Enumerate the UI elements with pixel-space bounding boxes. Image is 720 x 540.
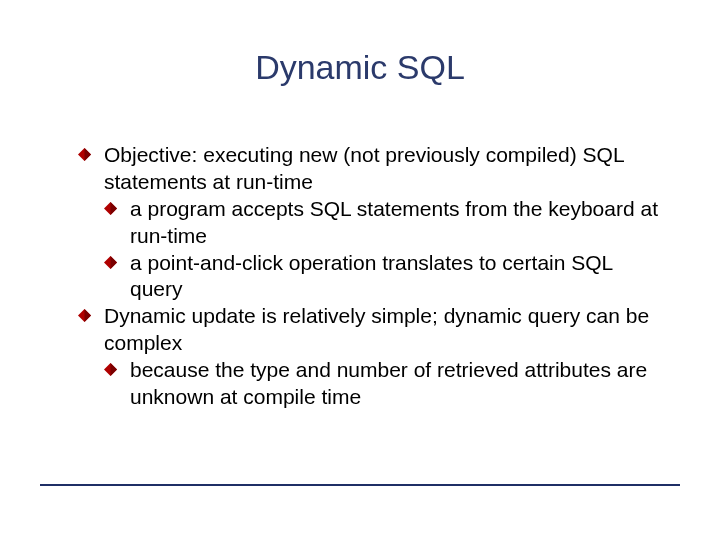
bullet-level2: a point-and-click operation translates t… (104, 250, 660, 304)
diamond-icon (104, 256, 117, 269)
bullet-level1: Objective: executing new (not previously… (78, 142, 660, 196)
svg-marker-9 (111, 363, 118, 376)
diamond-icon (104, 363, 117, 376)
diamond-icon (104, 202, 117, 215)
svg-marker-5 (111, 256, 118, 269)
bullet-text: Dynamic update is relatively simple; dyn… (104, 304, 649, 354)
bullet-text: a point-and-click operation translates t… (130, 251, 612, 301)
diamond-icon (78, 309, 91, 322)
divider (40, 484, 680, 486)
svg-marker-1 (85, 148, 92, 161)
diamond-icon (78, 148, 91, 161)
bullet-level2: a program accepts SQL statements from th… (104, 196, 660, 250)
bullet-text: Objective: executing new (not previously… (104, 143, 624, 193)
bullet-text: because the type and number of retrieved… (130, 358, 647, 408)
slide-title: Dynamic SQL (0, 48, 720, 87)
svg-marker-3 (111, 202, 118, 215)
slide-body: Objective: executing new (not previously… (78, 142, 660, 411)
bullet-level2: because the type and number of retrieved… (104, 357, 660, 411)
bullet-level1: Dynamic update is relatively simple; dyn… (78, 303, 660, 357)
svg-marker-7 (85, 309, 92, 322)
bullet-text: a program accepts SQL statements from th… (130, 197, 658, 247)
slide: Dynamic SQL Objective: executing new (no… (0, 0, 720, 540)
